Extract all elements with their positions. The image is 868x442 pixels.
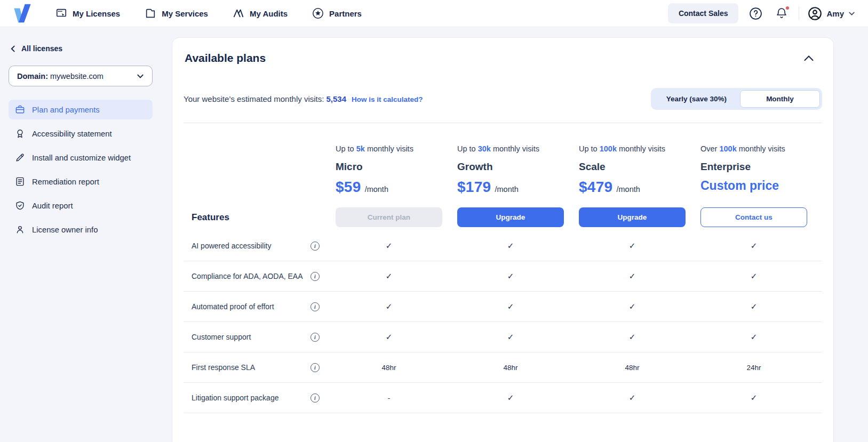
- user-menu[interactable]: Amy: [808, 6, 855, 21]
- upgrade-button-scale[interactable]: Upgrade: [579, 207, 686, 227]
- sidebar-item-label: Audit report: [32, 202, 73, 210]
- plan-visits-line: Up to 5k monthly visits: [336, 144, 457, 153]
- check-icon: ✓: [629, 302, 636, 311]
- primary-nav: My LicensesMy ServicesMy AuditsPartners: [55, 7, 362, 19]
- user-name: Amy: [826, 9, 844, 18]
- sidebar-item-audit-report[interactable]: Audit report: [9, 196, 153, 215]
- info-icon[interactable]: i: [310, 272, 320, 281]
- domain-select[interactable]: Domain: mywebsite.com: [9, 66, 153, 86]
- feature-value-text: 48hr: [336, 364, 442, 372]
- back-link-label: All licenses: [21, 44, 62, 53]
- license-icon: [55, 7, 67, 19]
- billing-option-monthly[interactable]: Monthly: [740, 90, 820, 108]
- sidebar-item-label: Accessibility statement: [32, 130, 112, 138]
- feature-value-cell: ✓: [579, 393, 686, 403]
- audits-icon: [233, 7, 244, 19]
- feature-label: Customer support: [192, 333, 251, 341]
- plan-visits-highlight: 5k: [356, 144, 365, 153]
- plan-button-cell-micro: Current plan: [336, 207, 457, 227]
- feature-row-litigation-support-package: Litigation support packagei-✓✓✓: [184, 383, 822, 413]
- chevron-left-icon: [10, 45, 17, 52]
- check-icon: ✓: [751, 332, 758, 341]
- check-icon: ✓: [629, 393, 636, 402]
- person-icon: [15, 224, 25, 235]
- feature-value-text: -: [336, 394, 442, 402]
- check-icon: ✓: [386, 302, 393, 311]
- plan-visits-line: Up to 100k monthly visits: [579, 144, 700, 153]
- current-plan-button-micro: Current plan: [336, 207, 442, 227]
- check-icon: ✓: [507, 332, 514, 341]
- plan-visits-line: Over 100k monthly visits: [700, 144, 822, 153]
- plan-price-row: $59/month: [336, 179, 457, 196]
- feature-label-cell: Compliance for ADA, AODA, EAAi: [184, 272, 336, 281]
- check-icon: ✓: [629, 271, 636, 280]
- info-icon[interactable]: i: [310, 302, 320, 311]
- feature-value-text: 48hr: [457, 364, 564, 372]
- plan-header-enterprise: Over 100k monthly visitsEnterpriseCustom…: [700, 123, 822, 207]
- star-circle-icon: [312, 7, 324, 19]
- estimated-visits: Your website’s estimated monthly visits:…: [184, 94, 423, 103]
- back-to-all-licenses[interactable]: All licenses: [9, 44, 153, 53]
- sidebar-item-label: Remediation report: [32, 178, 99, 186]
- nav-item-partners[interactable]: Partners: [312, 7, 362, 19]
- feature-label: Compliance for ADA, AODA, EAA: [192, 272, 303, 280]
- plan-header-scale: Up to 100k monthly visitsScale$479/month: [579, 123, 700, 207]
- document-icon: [15, 176, 25, 187]
- feature-label-cell: AI powered accessibilityi: [184, 242, 336, 251]
- billing-option-yearly[interactable]: Yearly (save 30%): [653, 90, 740, 108]
- feature-label-cell: Litigation support packagei: [184, 393, 336, 403]
- plan-headers-row: Up to 5k monthly visitsMicro$59/monthUp …: [184, 123, 822, 207]
- contact-us-button-enterprise[interactable]: Contact us: [700, 207, 807, 227]
- sidebar-item-accessibility-statement[interactable]: Accessibility statement: [9, 124, 153, 143]
- info-icon[interactable]: i: [310, 333, 320, 342]
- check-icon: ✓: [507, 271, 514, 280]
- nav-item-my-services[interactable]: My Services: [145, 7, 208, 19]
- info-icon[interactable]: i: [310, 242, 320, 251]
- brand-logo[interactable]: [11, 2, 34, 25]
- sidebar: All licenses Domain: mywebsite.com Plan …: [0, 27, 164, 239]
- sidebar-item-remediation-report[interactable]: Remediation report: [9, 172, 153, 191]
- ribbon-icon: [15, 128, 25, 139]
- plan-headers-spacer: [184, 123, 336, 207]
- feature-value-cell: ✓: [457, 332, 564, 342]
- main-area: Available plans Your website’s estimated…: [164, 27, 868, 442]
- check-icon: ✓: [751, 241, 758, 250]
- plan-price-period: /month: [617, 185, 640, 194]
- feature-value-cell: ✓: [457, 393, 564, 403]
- notifications-button[interactable]: [773, 5, 790, 22]
- sidebar-item-plan-and-payments[interactable]: Plan and payments: [9, 100, 153, 119]
- contact-sales-button[interactable]: Contact Sales: [668, 3, 739, 23]
- check-icon: ✓: [386, 271, 393, 280]
- brand-logo-icon: [13, 4, 32, 23]
- help-button[interactable]: [747, 5, 765, 22]
- plan-name: Scale: [579, 161, 700, 173]
- folder-icon: [145, 7, 156, 19]
- sidebar-item-install-and-customize-widget[interactable]: Install and customize widget: [9, 148, 153, 167]
- info-icon[interactable]: i: [310, 393, 320, 403]
- notification-badge: [785, 5, 790, 11]
- feature-row-automated-proof-of-effort: Automated proof of efforti✓✓✓✓: [184, 292, 822, 322]
- nav-item-my-licenses[interactable]: My Licenses: [55, 7, 120, 19]
- nav-item-my-audits[interactable]: My Audits: [233, 7, 288, 19]
- feature-value-cell: ✓: [457, 241, 564, 251]
- feature-value-text: 24hr: [700, 364, 807, 372]
- feature-value-cell: ✓: [336, 302, 442, 311]
- chevron-down-icon: [137, 73, 144, 80]
- shield-icon: [15, 200, 25, 211]
- chevron-up-icon: [804, 55, 814, 61]
- info-icon[interactable]: i: [310, 363, 320, 372]
- feature-label: Automated proof of effort: [192, 302, 274, 311]
- collapse-section-button[interactable]: [801, 52, 817, 65]
- upgrade-button-growth[interactable]: Upgrade: [457, 207, 564, 227]
- plan-visits-highlight: 100k: [719, 144, 736, 153]
- plan-name: Enterprise: [700, 161, 822, 173]
- sidebar-item-license-owner-info[interactable]: License owner info: [9, 220, 153, 239]
- nav-right: Contact Sales: [668, 3, 855, 23]
- chevron-down-icon: [848, 10, 855, 17]
- feature-label: First response SLA: [192, 363, 255, 372]
- plan-visits-highlight: 100k: [600, 144, 617, 153]
- plan-price-period: /month: [365, 185, 388, 194]
- sidebar-item-label: Plan and payments: [32, 106, 100, 114]
- feature-label-cell: Customer supporti: [184, 333, 336, 342]
- how-calculated-link[interactable]: How is it calculated?: [352, 95, 423, 103]
